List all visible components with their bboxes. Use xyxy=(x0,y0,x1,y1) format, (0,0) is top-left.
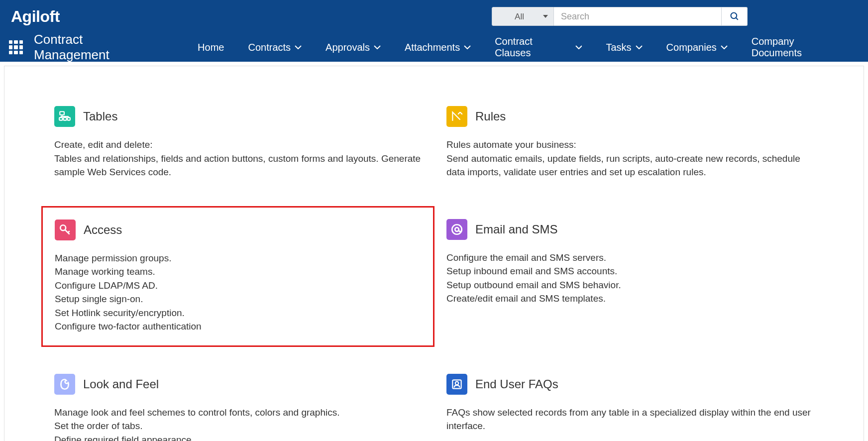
search-button[interactable] xyxy=(722,7,748,26)
section-title: Look and Feel xyxy=(83,377,159,391)
nav-label: Companies xyxy=(666,42,717,53)
nav-item-contract-clauses[interactable]: Contract Clauses xyxy=(483,33,594,62)
email-icon xyxy=(446,219,467,240)
nav-item-company-documents[interactable]: Company Documents xyxy=(740,33,859,62)
nav-label: Home xyxy=(198,42,224,53)
section-title: Email and SMS xyxy=(475,222,557,236)
search-container: All xyxy=(492,7,748,26)
svg-rect-2 xyxy=(60,111,64,115)
nav-label: Contracts xyxy=(248,42,291,53)
search-icon xyxy=(730,11,740,21)
content-area: Tables Create, edit and delete:Tables an… xyxy=(4,66,864,441)
header-nav-bar: Contract Management HomeContractsApprova… xyxy=(0,33,868,62)
section-end-user-faqs[interactable]: End User FAQs FAQs show selected records… xyxy=(441,369,819,441)
svg-line-13 xyxy=(68,231,69,232)
search-filter-dropdown[interactable]: All xyxy=(492,7,554,26)
section-title: Tables xyxy=(83,110,117,123)
nav-label: Approvals xyxy=(326,42,370,53)
faqs-icon xyxy=(446,374,467,395)
nav-item-companies[interactable]: Companies xyxy=(654,33,740,62)
section-access[interactable]: Access Manage permission groups.Manage w… xyxy=(41,206,434,347)
chevron-down-icon xyxy=(295,45,302,49)
section-title: Access xyxy=(84,223,122,237)
svg-rect-5 xyxy=(67,117,70,120)
section-description: Manage look and feel schemes to control … xyxy=(54,406,422,441)
nav-label: Tasks xyxy=(606,42,631,53)
chevron-down-icon xyxy=(575,45,582,49)
nav-item-approvals[interactable]: Approvals xyxy=(314,33,393,62)
nav-item-home[interactable]: Home xyxy=(186,33,236,62)
access-icon xyxy=(55,220,76,240)
section-look-feel[interactable]: Look and Feel Manage look and feel schem… xyxy=(49,369,427,441)
nav-label: Contract Clauses xyxy=(495,36,571,59)
app-header: Agiloft All Contract Management HomeCon xyxy=(0,0,868,62)
svg-rect-3 xyxy=(59,117,63,120)
section-email-sms[interactable]: Email and SMS Configure the email and SM… xyxy=(441,214,819,339)
app-title: Contract Management xyxy=(34,32,162,63)
section-description: Manage permission groups.Manage working … xyxy=(55,251,421,333)
section-tables[interactable]: Tables Create, edit and delete:Tables an… xyxy=(49,101,427,184)
chevron-down-icon xyxy=(636,45,643,49)
section-description: FAQs show selected records from any tabl… xyxy=(446,406,814,433)
header-top-bar: Agiloft All xyxy=(0,0,868,33)
nav-item-contracts[interactable]: Contracts xyxy=(236,33,314,62)
nav-label: Company Documents xyxy=(752,36,847,59)
svg-point-0 xyxy=(731,13,737,19)
chevron-down-icon xyxy=(374,45,381,49)
chevron-down-icon xyxy=(464,45,471,49)
section-description: Configure the email and SMS servers.Setu… xyxy=(446,251,814,306)
chevron-down-icon xyxy=(721,45,728,49)
svg-line-1 xyxy=(736,18,738,20)
section-title: End User FAQs xyxy=(475,377,558,391)
logo: Agiloft xyxy=(11,7,60,26)
search-input[interactable] xyxy=(554,7,722,26)
nav-item-tasks[interactable]: Tasks xyxy=(594,33,654,62)
svg-rect-4 xyxy=(63,117,67,120)
svg-point-17 xyxy=(455,382,459,385)
section-title: Rules xyxy=(475,110,506,123)
nav-label: Attachments xyxy=(405,42,460,53)
svg-point-14 xyxy=(452,224,462,234)
section-rules[interactable]: Rules Rules automate your business:Send … xyxy=(441,101,819,184)
nav-item-attachments[interactable]: Attachments xyxy=(393,33,483,62)
rules-icon xyxy=(446,106,467,127)
section-description: Rules automate your business:Send automa… xyxy=(446,138,814,179)
section-description: Create, edit and delete:Tables and relat… xyxy=(54,138,422,179)
tables-icon xyxy=(54,106,75,127)
apps-grid-icon[interactable] xyxy=(9,40,23,54)
look-feel-icon xyxy=(54,374,75,395)
